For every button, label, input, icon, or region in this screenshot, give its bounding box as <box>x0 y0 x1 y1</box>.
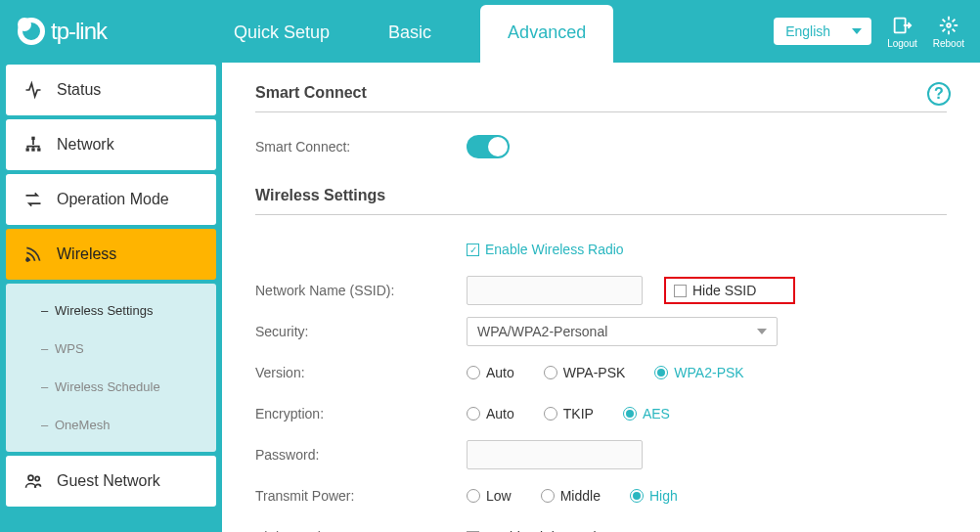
password-label: Password: <box>255 447 467 463</box>
security-label: Security: <box>255 324 467 339</box>
subitem-onemesh[interactable]: OneMesh <box>6 406 216 444</box>
sidebar-label: Guest Network <box>57 472 160 490</box>
wireless-icon <box>23 244 43 264</box>
encryption-auto-radio[interactable]: Auto <box>467 406 514 421</box>
checkbox-icon <box>674 285 687 297</box>
svg-rect-5 <box>37 148 40 151</box>
sidebar: Status Network Operation Mode Wireless W… <box>0 63 222 532</box>
tx-low-radio[interactable]: Low <box>467 488 512 504</box>
hide-ssid-checkbox[interactable]: Hide SSID <box>674 283 756 298</box>
sidebar-label: Network <box>57 136 114 154</box>
tab-basic[interactable]: Basic <box>379 5 441 63</box>
encryption-aes-radio[interactable]: AES <box>623 406 670 421</box>
top-right-controls: English Logout Reboot <box>774 15 964 49</box>
content-panel: ? Smart Connect Smart Connect: Wireless … <box>222 63 980 532</box>
guest-icon <box>23 471 43 491</box>
sidebar-label: Operation Mode <box>57 191 169 208</box>
logout-label: Logout <box>887 38 917 49</box>
section-wireless-settings: Wireless Settings Enable Wireless Radio … <box>255 187 947 532</box>
reboot-label: Reboot <box>933 38 964 49</box>
logout-button[interactable]: Logout <box>887 15 917 49</box>
enable-radio-checkbox[interactable]: Enable Wireless Radio <box>467 242 624 257</box>
sidebar-label: Wireless <box>57 245 116 263</box>
svg-point-6 <box>26 259 29 262</box>
subitem-wireless-settings[interactable]: Wireless Settings <box>6 291 216 330</box>
tab-quick-setup[interactable]: Quick Setup <box>224 5 339 63</box>
tx-middle-radio[interactable]: Middle <box>541 488 601 504</box>
section-smart-connect: Smart Connect Smart Connect: <box>255 84 947 163</box>
version-wpa2psk-radio[interactable]: WPA2-PSK <box>654 365 743 380</box>
svg-point-7 <box>28 475 33 480</box>
section-title: Wireless Settings <box>255 187 947 215</box>
main-tabs: Quick Setup Basic Advanced <box>224 0 613 63</box>
enable-radio-label: Enable Wireless Radio <box>485 242 624 257</box>
logout-icon <box>891 15 913 36</box>
ssid-input[interactable] <box>467 276 643 305</box>
tx-high-radio[interactable]: High <box>630 488 678 504</box>
brand-text: tp-link <box>51 18 107 45</box>
sidebar-submenu: Wireless Settings WPS Wireless Schedule … <box>6 284 216 452</box>
hide-ssid-label: Hide SSID <box>692 283 756 298</box>
reboot-icon <box>938 15 959 36</box>
language-select-wrap[interactable]: English <box>774 18 871 45</box>
sidebar-item-status[interactable]: Status <box>6 65 216 115</box>
sidebar-item-guest-network[interactable]: Guest Network <box>6 456 216 507</box>
svg-rect-4 <box>31 148 34 151</box>
network-icon <box>23 135 43 155</box>
help-icon[interactable]: ? <box>927 82 951 106</box>
sidebar-label: Status <box>57 81 101 99</box>
hide-ssid-highlight: Hide SSID <box>664 277 795 304</box>
svg-rect-3 <box>26 148 29 151</box>
top-bar: tp-link Quick Setup Basic Advanced Engli… <box>0 0 980 63</box>
tx-power-label: Transmit Power: <box>255 488 467 504</box>
version-label: Version: <box>255 365 467 380</box>
tab-advanced[interactable]: Advanced <box>480 5 613 63</box>
checkbox-icon <box>467 244 479 256</box>
svg-point-8 <box>35 476 39 480</box>
status-icon <box>23 80 43 100</box>
subitem-wps[interactable]: WPS <box>6 330 216 368</box>
reboot-button[interactable]: Reboot <box>933 15 964 49</box>
operation-icon <box>23 190 43 209</box>
version-auto-radio[interactable]: Auto <box>467 365 514 380</box>
logo-icon <box>18 18 45 45</box>
section-title: Smart Connect <box>255 84 947 112</box>
encryption-tkip-radio[interactable]: TKIP <box>544 406 594 421</box>
svg-rect-2 <box>31 137 34 140</box>
password-input[interactable] <box>467 440 643 469</box>
smart-connect-label: Smart Connect: <box>255 139 467 155</box>
version-wpapsk-radio[interactable]: WPA-PSK <box>544 365 626 380</box>
sidebar-item-network[interactable]: Network <box>6 119 216 170</box>
security-select[interactable]: WPA/WPA2-Personal <box>467 317 778 346</box>
svg-point-1 <box>947 23 951 27</box>
sidebar-item-operation-mode[interactable]: Operation Mode <box>6 174 216 225</box>
subitem-wireless-schedule[interactable]: Wireless Schedule <box>6 368 216 406</box>
encryption-label: Encryption: <box>255 406 467 421</box>
ssid-label: Network Name (SSID): <box>255 283 467 298</box>
smart-connect-toggle[interactable] <box>467 135 510 158</box>
brand-logo: tp-link <box>18 18 107 45</box>
sidebar-item-wireless[interactable]: Wireless <box>6 229 216 280</box>
body-area: Status Network Operation Mode Wireless W… <box>0 63 980 532</box>
language-select[interactable]: English <box>774 18 871 45</box>
